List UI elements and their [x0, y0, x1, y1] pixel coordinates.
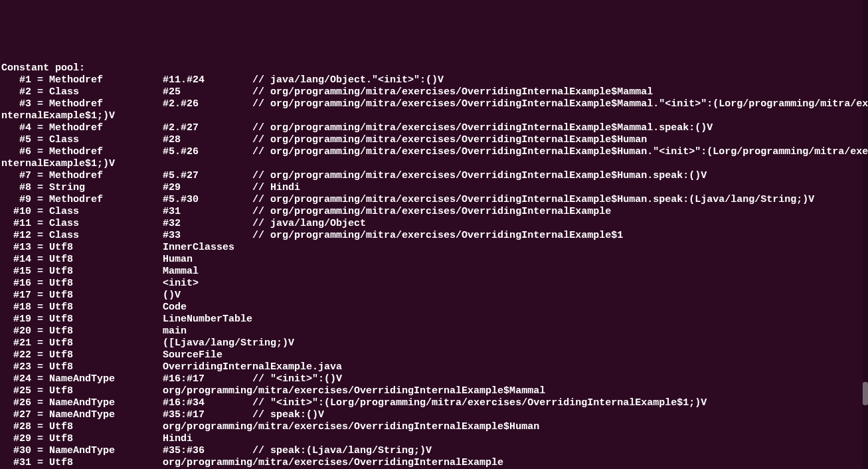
- terminal-output: Constant pool: #1 = Methodref #11.#24 //…: [1, 50, 867, 469]
- constant-pool-lines: #1 = Methodref #11.#24 // java/lang/Obje…: [1, 74, 867, 469]
- constant-pool-header: Constant pool:: [1, 62, 85, 74]
